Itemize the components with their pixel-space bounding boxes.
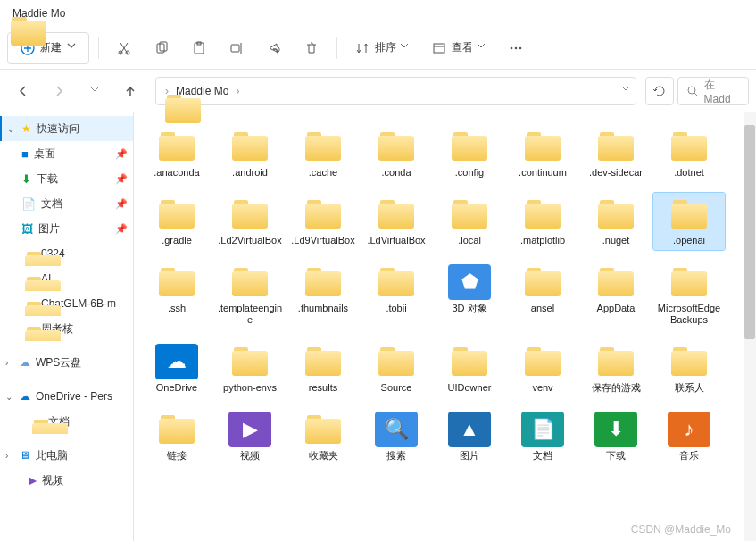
- file-label: 收藏夹: [309, 450, 338, 462]
- file-label: 文档: [533, 450, 552, 462]
- folder-icon: [228, 196, 271, 232]
- sidebar-item-AI[interactable]: AI: [0, 266, 133, 291]
- file-item[interactable]: .config: [434, 125, 505, 182]
- file-item[interactable]: 保存的游戏: [580, 340, 652, 397]
- file-item[interactable]: python-envs: [214, 340, 286, 397]
- scrollbar[interactable]: [744, 112, 756, 541]
- file-item[interactable]: .matplotlib: [507, 193, 578, 250]
- file-item[interactable]: 联系人: [653, 340, 725, 397]
- file-item[interactable]: .continuum: [507, 125, 578, 182]
- file-item[interactable]: venv: [507, 340, 578, 397]
- file-item[interactable]: .local: [434, 193, 505, 250]
- sidebar-wps[interactable]: › ☁ WPS云盘: [0, 350, 133, 375]
- scroll-thumb[interactable]: [744, 125, 755, 339]
- titlebar: Maddie Mo: [0, 0, 756, 27]
- file-item[interactable]: .dev-sidecar: [580, 125, 652, 182]
- sidebar-item-桌面[interactable]: ■桌面📌: [0, 141, 133, 166]
- file-item[interactable]: .android: [214, 125, 286, 182]
- refresh-button[interactable]: [645, 77, 674, 105]
- scissors-icon: [117, 41, 131, 55]
- pin-icon: 📌: [115, 148, 128, 160]
- file-item[interactable]: ♪音乐: [653, 408, 725, 465]
- file-item[interactable]: 链接: [141, 408, 212, 465]
- file-item[interactable]: 收藏夹: [287, 408, 359, 465]
- file-item[interactable]: UIDowner: [434, 340, 505, 397]
- copy-icon: [154, 41, 169, 55]
- breadcrumb[interactable]: › Maddie Mo ›: [155, 77, 636, 105]
- file-item[interactable]: ansel: [507, 261, 578, 329]
- file-item[interactable]: .tobii: [361, 261, 432, 329]
- file-item[interactable]: AppData: [580, 261, 652, 329]
- file-item[interactable]: .Ld9VirtualBox: [287, 193, 359, 250]
- file-label: .dotnet: [674, 167, 704, 179]
- file-item[interactable]: Source: [361, 340, 432, 397]
- copy-button[interactable]: [145, 32, 178, 64]
- file-label: python-envs: [223, 382, 277, 394]
- sidebar-item-周考核[interactable]: 周考核: [0, 316, 133, 341]
- sidebar-item-0324[interactable]: 0324: [0, 241, 133, 266]
- file-item[interactable]: .conda: [361, 125, 432, 182]
- sidebar-item-label: 桌面: [34, 146, 55, 162]
- file-item[interactable]: results: [287, 340, 359, 397]
- sidebar-item-ChatGLM-6B-m[interactable]: ChatGLM-6B-m: [0, 291, 133, 316]
- file-item[interactable]: .thumbnails: [287, 261, 359, 329]
- sidebar-videos[interactable]: ▶ 视频: [0, 468, 133, 493]
- file-item[interactable]: ☁OneDrive: [141, 340, 212, 397]
- forward-button[interactable]: [43, 75, 75, 107]
- file-item[interactable]: 📄文档: [507, 408, 578, 465]
- view-icon: [432, 41, 446, 55]
- file-item[interactable]: MicrosoftEdgeBackups: [653, 261, 725, 329]
- breadcrumb-seg[interactable]: Maddie Mo: [172, 83, 232, 99]
- delete-button[interactable]: [295, 32, 328, 64]
- search-input[interactable]: 在 Madd: [677, 77, 749, 105]
- file-item[interactable]: .nuget: [580, 193, 652, 250]
- file-item[interactable]: .gradle: [141, 193, 212, 250]
- sidebar-item-图片[interactable]: 🖼图片📌: [0, 216, 133, 241]
- file-item[interactable]: .Ld2VirtualBox: [214, 193, 286, 250]
- folder-icon: [302, 412, 345, 447]
- sort-button[interactable]: 排序: [346, 32, 418, 64]
- cloud-icon: ☁: [20, 356, 30, 369]
- file-item[interactable]: .templateengine: [214, 261, 286, 329]
- file-label: .nuget: [602, 235, 630, 246]
- file-item[interactable]: ▲图片: [434, 408, 505, 465]
- share-button[interactable]: [258, 32, 290, 64]
- file-item[interactable]: .LdVirtualBox: [361, 193, 432, 250]
- file-item[interactable]: .openai: [653, 193, 725, 250]
- file-item[interactable]: .dotnet: [653, 125, 725, 182]
- file-label: .cache: [309, 167, 337, 179]
- file-item[interactable]: .ssh: [141, 261, 212, 329]
- sidebar-item-下载[interactable]: ⬇下载📌: [0, 166, 133, 191]
- more-button[interactable]: [500, 32, 532, 64]
- folder-icon: [302, 264, 345, 300]
- recent-button[interactable]: [79, 75, 111, 107]
- file-label: Source: [381, 382, 412, 394]
- chevron-down-icon[interactable]: [621, 84, 630, 98]
- sidebar-onedrive[interactable]: ⌄ ☁ OneDrive - Pers: [0, 384, 133, 409]
- paste-button[interactable]: [183, 32, 215, 64]
- sidebar-item-文档[interactable]: 📄文档📌: [0, 191, 133, 216]
- folder-icon: [448, 196, 491, 232]
- file-item[interactable]: .anaconda: [141, 125, 212, 182]
- folder-icon: [21, 273, 36, 284]
- chevron-down-icon: [400, 41, 409, 55]
- file-item[interactable]: .cache: [287, 125, 359, 182]
- view-button[interactable]: 查看: [423, 32, 494, 64]
- back-button[interactable]: [7, 75, 39, 107]
- up-button[interactable]: [114, 75, 146, 107]
- sidebar-quick-access[interactable]: ⌄ ★ 快速访问: [0, 116, 133, 141]
- file-label: 音乐: [679, 450, 699, 462]
- sidebar-onedrive-docs[interactable]: 文档: [0, 409, 133, 434]
- cloud-icon: ☁: [20, 390, 30, 403]
- file-label: .templateengine: [216, 303, 284, 326]
- sidebar-thispc[interactable]: › 🖥 此电脑: [0, 443, 133, 468]
- file-item[interactable]: ▶视频: [214, 408, 286, 465]
- file-item[interactable]: 🔍搜索: [361, 408, 432, 465]
- file-label: UIDowner: [448, 382, 492, 394]
- file-item[interactable]: ⬇下载: [580, 408, 652, 465]
- file-label: 图片: [460, 450, 479, 462]
- file-item[interactable]: ⬟3D 对象: [434, 261, 505, 329]
- file-label: .ssh: [168, 303, 186, 314]
- rename-button[interactable]: [220, 32, 253, 64]
- cut-button[interactable]: [108, 32, 140, 64]
